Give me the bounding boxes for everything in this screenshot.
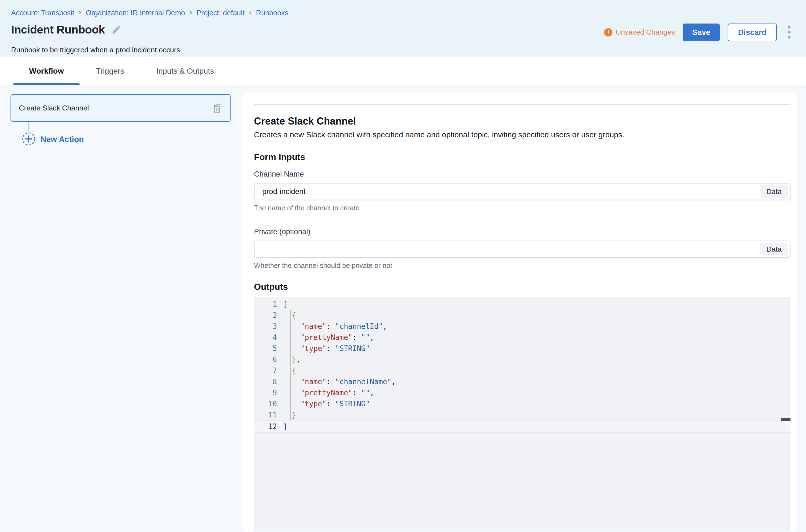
line-number: 6: [254, 354, 283, 365]
workflow-connector-line: [28, 122, 29, 131]
breadcrumb-item[interactable]: Runbooks: [256, 8, 288, 17]
code-line: 2 {: [254, 310, 790, 321]
channel-name-helper: The name of the channel to create: [254, 204, 790, 212]
line-number: 1: [254, 299, 283, 310]
breadcrumb-item[interactable]: Project: default: [196, 8, 244, 17]
private-field-group: Private (optional) Data Whether the chan…: [254, 228, 790, 270]
kebab-menu-icon[interactable]: [785, 23, 794, 41]
code-text: "type": "STRING": [283, 398, 370, 410]
code-text: "prettyName": "",: [283, 332, 374, 343]
line-number: 11: [254, 410, 283, 420]
code-text: "name": "channelName",: [283, 376, 396, 387]
line-number: 5: [254, 343, 283, 354]
code-text: {: [283, 365, 296, 376]
action-detail-panel: Create Slack Channel Creates a new Slack…: [242, 93, 797, 531]
line-number: 12: [254, 421, 283, 432]
editor-scrollbar-marker[interactable]: [781, 418, 790, 421]
code-line: 4 "prettyName": "",: [254, 332, 790, 343]
private-label: Private (optional): [254, 228, 790, 236]
page-header: Account: Transposit›Organization: IR Int…: [0, 0, 806, 57]
exclamation-circle-icon: !: [604, 28, 612, 37]
line-number: 3: [254, 321, 283, 332]
private-input[interactable]: [255, 245, 760, 253]
action-card-create-slack-channel[interactable]: Create Slack Channel: [11, 94, 231, 122]
private-data-button[interactable]: Data: [760, 243, 788, 255]
breadcrumb-separator-icon: ›: [249, 8, 252, 17]
code-line: 5 "type": "STRING": [254, 343, 790, 354]
code-text: "type": "STRING": [283, 343, 370, 354]
tab-bar: WorkflowTriggersInputs & Outputs: [0, 57, 806, 85]
code-line: 8 "name": "channelName",: [254, 376, 790, 387]
code-line: 12]: [254, 420, 790, 433]
code-line: 7 {: [254, 365, 790, 376]
tab-inputs-outputs[interactable]: Inputs & Outputs: [140, 57, 230, 85]
breadcrumb-item[interactable]: Account: Transposit: [11, 8, 74, 17]
new-action-label: New Action: [40, 135, 84, 144]
code-line: 11 }: [254, 410, 790, 420]
action-description: Creates a new Slack channel with specifi…: [254, 130, 790, 139]
action-card-label: Create Slack Channel: [19, 104, 89, 112]
breadcrumb-separator-icon: ›: [189, 8, 192, 17]
code-line: 3 "name": "channelId",: [254, 321, 790, 332]
line-number: 2: [254, 310, 283, 321]
breadcrumb-item[interactable]: Organization: IR Internal Demo: [86, 8, 185, 17]
tab-triggers[interactable]: Triggers: [80, 57, 140, 85]
workflow-steps-panel: Create Slack Channel New Action: [0, 85, 242, 532]
breadcrumb: Account: Transposit›Organization: IR Int…: [11, 8, 794, 17]
code-text: "name": "channelId",: [283, 321, 387, 332]
breadcrumb-separator-icon: ›: [79, 8, 81, 17]
code-text: },: [283, 354, 300, 365]
plus-circle-icon: [22, 132, 36, 147]
channel-name-label: Channel Name: [254, 170, 790, 178]
line-number: 8: [254, 376, 283, 387]
unsaved-changes-label: Unsaved Changes: [616, 28, 675, 37]
top-divider: [254, 104, 790, 105]
code-text: [: [283, 299, 288, 310]
line-number: 4: [254, 332, 283, 343]
tab-workflow[interactable]: Workflow: [13, 57, 80, 85]
new-action-button[interactable]: New Action: [22, 132, 84, 147]
channel-name-data-button[interactable]: Data: [760, 185, 788, 198]
unsaved-changes-status: ! Unsaved Changes: [604, 28, 675, 37]
outputs-heading: Outputs: [254, 282, 790, 292]
code-line: 10 "type": "STRING": [254, 398, 790, 410]
line-number: 10: [254, 398, 283, 410]
page-title: Incident Runbook: [11, 23, 105, 36]
code-text: ]: [283, 421, 288, 432]
editor-scrollbar-track: [781, 297, 781, 531]
code-text: {: [283, 310, 296, 321]
code-area: 1[2 {3 "name": "channelId",4 "prettyName…: [254, 297, 790, 433]
outputs-code-editor[interactable]: 1[2 {3 "name": "channelId",4 "prettyName…: [254, 297, 790, 531]
action-heading: Create Slack Channel: [254, 115, 790, 127]
line-number: 9: [254, 387, 283, 398]
code-text: "prettyName": "",: [283, 387, 374, 398]
private-helper: Whether the channel should be private or…: [254, 262, 790, 270]
form-inputs-heading: Form Inputs: [254, 152, 790, 162]
trash-icon[interactable]: [212, 102, 223, 114]
code-line: 1[: [254, 299, 790, 310]
discard-button[interactable]: Discard: [728, 23, 777, 41]
channel-name-input[interactable]: [255, 187, 760, 196]
code-text: }: [283, 410, 296, 420]
line-number: 7: [254, 365, 283, 376]
code-line: 6 },: [254, 354, 790, 365]
pencil-icon[interactable]: [111, 24, 122, 36]
page-subtitle: Runbook to be triggered when a prod inci…: [11, 46, 794, 54]
channel-name-field-group: Channel Name Data The name of the channe…: [254, 170, 790, 212]
indent-guide-line: [290, 310, 291, 420]
code-line: 9 "prettyName": "",: [254, 387, 790, 398]
save-button[interactable]: Save: [683, 23, 720, 41]
